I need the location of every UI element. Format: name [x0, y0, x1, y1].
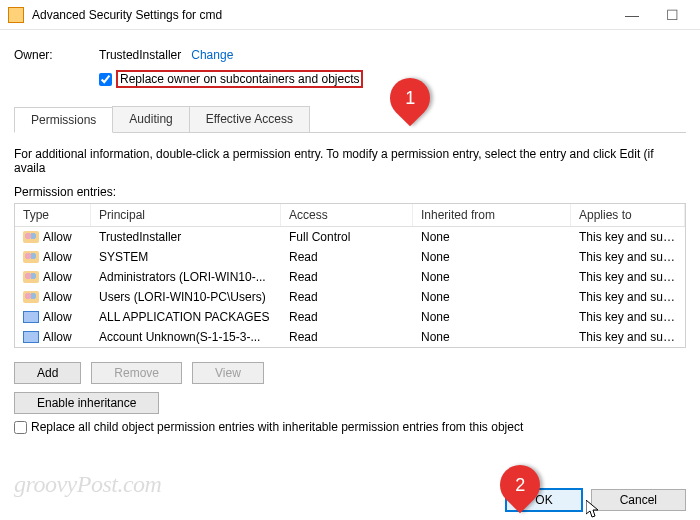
remove-button: Remove	[91, 362, 182, 384]
cell-inherited: None	[413, 268, 571, 286]
cell-access: Read	[281, 248, 413, 266]
cell-access: Read	[281, 308, 413, 326]
view-button: View	[192, 362, 264, 384]
replace-owner-row: Replace owner on subcontainers and objec…	[99, 70, 686, 88]
cell-inherited: None	[413, 308, 571, 326]
cell-access: Read	[281, 328, 413, 346]
folder-icon	[8, 7, 24, 23]
package-icon	[23, 311, 39, 323]
users-icon	[23, 271, 39, 283]
enable-inheritance-button[interactable]: Enable inheritance	[14, 392, 159, 414]
cell-principal: SYSTEM	[91, 248, 281, 266]
cell-inherited: None	[413, 288, 571, 306]
ok-button[interactable]: OK	[505, 488, 582, 512]
owner-value: TrustedInstaller	[99, 48, 181, 62]
cell-principal: Account Unknown(S-1-15-3-...	[91, 328, 281, 346]
col-type[interactable]: Type	[15, 204, 91, 226]
replace-all-checkbox[interactable]	[14, 421, 27, 434]
cancel-button[interactable]: Cancel	[591, 489, 686, 511]
cell-principal: Administrators (LORI-WIN10-...	[91, 268, 281, 286]
cell-applies: This key and subkeys	[571, 308, 685, 326]
table-row[interactable]: AllowALL APPLICATION PACKAGESReadNoneThi…	[15, 307, 685, 327]
cell-applies: This key and subkeys	[571, 328, 685, 346]
replace-all-row: Replace all child object permission entr…	[14, 420, 686, 434]
cell-principal: TrustedInstaller	[91, 228, 281, 246]
users-icon	[23, 251, 39, 263]
col-access[interactable]: Access	[281, 204, 413, 226]
dialog-footer: OK Cancel	[505, 488, 686, 512]
cell-applies: This key and subkeys	[571, 268, 685, 286]
entries-label: Permission entries:	[14, 185, 686, 199]
cell-principal: ALL APPLICATION PACKAGES	[91, 308, 281, 326]
owner-row: Owner: TrustedInstaller Change	[14, 48, 686, 62]
replace-all-label[interactable]: Replace all child object permission entr…	[31, 420, 523, 434]
tab-effective-access[interactable]: Effective Access	[189, 106, 310, 132]
table-header: Type Principal Access Inherited from App…	[15, 204, 685, 227]
table-row[interactable]: AllowAdministrators (LORI-WIN10-...ReadN…	[15, 267, 685, 287]
package-icon	[23, 331, 39, 343]
info-text: For additional information, double-click…	[14, 147, 686, 175]
users-icon	[23, 291, 39, 303]
cell-applies: This key and subkeys	[571, 248, 685, 266]
tab-permissions[interactable]: Permissions	[14, 107, 113, 133]
cell-type: Allow	[43, 310, 72, 324]
table-row[interactable]: AllowAccount Unknown(S-1-15-3-...ReadNon…	[15, 327, 685, 347]
cell-type: Allow	[43, 230, 72, 244]
watermark: groovyPost.com	[14, 471, 161, 498]
table-row[interactable]: AllowUsers (LORI-WIN10-PC\Users)ReadNone…	[15, 287, 685, 307]
window-title: Advanced Security Settings for cmd	[32, 8, 222, 22]
cell-type: Allow	[43, 290, 72, 304]
entry-buttons: Add Remove View	[14, 362, 686, 384]
col-principal[interactable]: Principal	[91, 204, 281, 226]
change-owner-link[interactable]: Change	[191, 48, 233, 62]
replace-owner-label[interactable]: Replace owner on subcontainers and objec…	[116, 70, 363, 88]
col-applies[interactable]: Applies to	[571, 204, 685, 226]
replace-owner-checkbox[interactable]	[99, 73, 112, 86]
add-button[interactable]: Add	[14, 362, 81, 384]
cell-type: Allow	[43, 270, 72, 284]
table-row[interactable]: AllowTrustedInstallerFull ControlNoneThi…	[15, 227, 685, 247]
col-inherited[interactable]: Inherited from	[413, 204, 571, 226]
cell-type: Allow	[43, 250, 72, 264]
users-icon	[23, 231, 39, 243]
table-body: AllowTrustedInstallerFull ControlNoneThi…	[15, 227, 685, 347]
cell-inherited: None	[413, 328, 571, 346]
cell-principal: Users (LORI-WIN10-PC\Users)	[91, 288, 281, 306]
tabs: Permissions Auditing Effective Access	[14, 106, 686, 133]
permissions-table: Type Principal Access Inherited from App…	[14, 203, 686, 348]
owner-label: Owner:	[14, 48, 99, 62]
tab-auditing[interactable]: Auditing	[112, 106, 189, 132]
maximize-button[interactable]: ☐	[652, 4, 692, 26]
cell-inherited: None	[413, 228, 571, 246]
cell-applies: This key and subkeys	[571, 228, 685, 246]
cell-access: Read	[281, 288, 413, 306]
content-area: Owner: TrustedInstaller Change Replace o…	[0, 30, 700, 434]
cell-applies: This key and subkeys	[571, 288, 685, 306]
cell-access: Read	[281, 268, 413, 286]
table-row[interactable]: AllowSYSTEMReadNoneThis key and subkeys	[15, 247, 685, 267]
cell-access: Full Control	[281, 228, 413, 246]
cell-inherited: None	[413, 248, 571, 266]
titlebar: Advanced Security Settings for cmd — ☐	[0, 0, 700, 30]
cell-type: Allow	[43, 330, 72, 344]
minimize-button[interactable]: —	[612, 4, 652, 26]
